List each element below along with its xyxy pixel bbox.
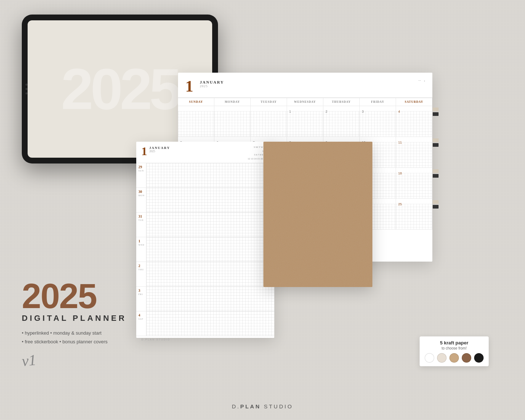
cal-cell-25: 25	[396, 199, 432, 230]
cal-tab-dark-1	[433, 112, 439, 116]
day-num-30: 30	[138, 190, 142, 194]
brand-features: • hyperlinked • monday & sunday start • …	[22, 329, 138, 346]
footer-studio: STUDIO	[261, 403, 293, 409]
day-header-tuesday: TUESDAY	[251, 98, 287, 106]
day-name-sat: SAT	[138, 318, 144, 320]
brand-title: DIGITAL PLANNER	[22, 314, 138, 323]
day-num-sat4: 4	[138, 314, 140, 317]
day-name-thu: THU	[138, 268, 144, 271]
day-num-wed1: 1	[138, 239, 140, 243]
swatch-white	[425, 353, 434, 363]
swatch-black	[474, 353, 484, 363]
weekly-day-content-mon	[146, 188, 274, 212]
cal-cell-2: 2	[323, 106, 360, 137]
weekly-day-label-tue: 31 TUE	[136, 213, 146, 237]
weekly-header: 1 JANUARY 2025 S M T W T F S 1 2 3 4 5 6…	[136, 142, 274, 163]
weekly-day-content-sun	[146, 163, 274, 187]
cal-tab-beige-4	[433, 200, 439, 204]
weekly-day-content-thu	[146, 262, 274, 286]
weekly-row-7: 4 SAT	[136, 311, 274, 336]
cal-cell-3: 3	[360, 106, 396, 137]
feature-2: • free stickerbook • bonus planner cover…	[22, 338, 138, 346]
day-num-fri3: 3	[138, 289, 140, 292]
weekly-month-num: 1	[141, 145, 147, 157]
weekly-year: 2025	[149, 150, 170, 153]
feature-1: • hyperlinked • monday & sunday start	[22, 329, 138, 337]
nav-next[interactable]: ›	[424, 78, 425, 82]
weekly-row-5: 2 THU	[136, 262, 274, 287]
brand-year: 2025	[22, 279, 138, 314]
calendar-header: 1 JANUARY 2025 ··· ›	[178, 73, 432, 98]
weekly-rows: 29 SUN 30 MON 31 TUE 1 WED	[136, 163, 274, 336]
swatches-subtitle: to choose from!	[425, 346, 484, 350]
day-num-thu2: 2	[138, 264, 140, 268]
calendar-year: 2025	[200, 84, 224, 88]
footer-plan: PLAN	[240, 403, 261, 409]
weekly-day-label-sun: 29 SUN	[136, 163, 146, 187]
day-header-monday: MONDAY	[214, 98, 251, 106]
weekly-day-label-wed: 1 WED	[136, 237, 146, 262]
footer-brand: D.PLAN STUDIO	[232, 403, 293, 409]
day-header-wednesday: WEDNESDAY	[287, 98, 323, 106]
cal-tab-beige-3	[433, 169, 439, 173]
weekly-planner-logo: D.PLAN STUDIO	[136, 336, 274, 343]
cal-cell-1: 1	[287, 106, 323, 137]
weekly-planner: 1 JANUARY 2025 S M T W T F S 1 2 3 4 5 6…	[136, 142, 274, 338]
swatch-light-beige	[437, 353, 447, 363]
day-header-friday: FRIDAY	[360, 98, 396, 106]
weekly-row-2: 30 MON	[136, 188, 274, 213]
cal-tab-dark-2	[433, 143, 439, 147]
weekly-day-label-mon: 30 MON	[136, 188, 146, 212]
swatch-kraft	[449, 353, 459, 363]
cal-cell-empty-2	[214, 106, 251, 137]
version-badge: v1	[21, 351, 37, 369]
cal-cell-18: 18	[396, 168, 432, 199]
weekly-month-name: JANUARY	[149, 146, 170, 150]
cal-cell-empty-3	[251, 106, 287, 137]
weekly-day-content-wed	[146, 237, 274, 262]
kraft-paper-cover	[263, 142, 372, 287]
swatches-title: kraft paper	[444, 340, 468, 346]
day-name-sun: SUN	[138, 170, 144, 172]
day-header-thursday: THURSDAY	[323, 98, 360, 106]
left-branding: 2025 DIGITAL PLANNER • hyperlinked • mon…	[22, 279, 138, 369]
cal-tab-dark-3	[433, 174, 439, 178]
cal-tab-beige-2	[433, 138, 439, 142]
weekly-row-3: 31 TUE	[136, 213, 274, 237]
day-name-tue: TUE	[138, 219, 144, 221]
weekly-day-content-tue	[146, 213, 274, 237]
nav-prev[interactable]: ···	[418, 78, 421, 82]
day-name-wed: WED	[138, 244, 145, 246]
cal-tab-dark-4	[433, 205, 439, 209]
weekly-row-1: 29 SUN	[136, 163, 274, 188]
footer: D.PLAN STUDIO	[0, 403, 525, 410]
cal-cell-empty-1	[178, 106, 214, 137]
day-header-sunday: SUNDAY	[178, 98, 214, 106]
day-name-fri: FRI	[138, 293, 143, 295]
weekly-row-6: 3 FRI	[136, 287, 274, 311]
swatch-dark-kraft	[462, 353, 471, 363]
day-num-29: 29	[138, 165, 142, 169]
cal-tab-beige-1	[433, 108, 439, 111]
swatches-box: 5 kraft paper to choose from!	[420, 336, 489, 366]
day-name-mon: MON	[138, 194, 145, 197]
weekly-day-content-fri	[146, 287, 274, 311]
day-header-saturday: SATURDAY	[396, 98, 432, 106]
month-name: JANUARY	[200, 80, 224, 84]
weekly-day-content-sat	[146, 311, 274, 336]
day-num-31: 31	[138, 215, 142, 218]
month-number: 1	[185, 78, 193, 94]
swatches-number: 5	[440, 340, 443, 346]
tablet-year-display: 2025	[61, 56, 179, 122]
calendar-nav[interactable]: ··· ›	[418, 78, 425, 82]
footer-d: D.	[232, 403, 240, 409]
cal-cell-4: 4	[396, 106, 432, 137]
cal-cell-11: 11	[396, 137, 432, 168]
swatches-row	[425, 353, 484, 363]
weekly-row-4: 1 WED	[136, 237, 274, 262]
